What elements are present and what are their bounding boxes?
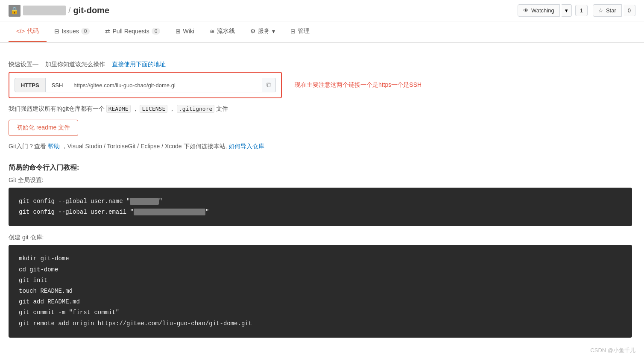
- username-blurred: [23, 6, 66, 15]
- quick-setup-hint: 加里你知道该怎么操作: [45, 61, 105, 68]
- code-create-init: git init: [19, 275, 622, 286]
- wiki-icon: ⊞: [176, 28, 181, 35]
- issues-icon: ⊟: [54, 28, 59, 35]
- star-label: Star: [606, 7, 616, 14]
- watching-label: Watching: [531, 7, 554, 14]
- manage-icon: ⊟: [290, 28, 296, 35]
- tab-services[interactable]: ⚙ 服务 ▾: [243, 21, 283, 42]
- tab-code-label: 代码: [27, 27, 39, 35]
- code-icon: </>: [16, 28, 25, 35]
- watermark: CSDN @小鱼千儿: [590, 347, 635, 354]
- code-create-add: git add README.md: [19, 297, 622, 307]
- star-count: 0: [624, 5, 635, 16]
- star-icon: ☆: [598, 7, 603, 14]
- lock-icon: 🔒: [9, 5, 20, 17]
- ssh-button[interactable]: SSH: [46, 78, 70, 92]
- main-content: 快速设置— 加里你知道该怎么操作 直接使用下面的地址 HTTPS SSH ⧉ 现…: [0, 50, 641, 354]
- issues-badge: 0: [81, 28, 90, 35]
- create-repo-label: 创建 git 仓库:: [9, 234, 632, 241]
- services-icon: ⚙: [250, 28, 256, 35]
- help-link[interactable]: 帮助: [48, 143, 60, 150]
- readme-badge: README: [106, 105, 131, 113]
- import-link[interactable]: 如何导入仓库: [228, 143, 264, 150]
- git-links-middle: ，Visual Studio / TortoiseGit / Eclipse /…: [61, 143, 227, 150]
- code-block-global: git config --global user.name " " git co…: [9, 188, 632, 226]
- code-create-cd: cd git-dome: [19, 265, 622, 275]
- pr-icon: ⇄: [105, 28, 110, 35]
- nav-tabs: </> 代码 ⊟ Issues 0 ⇄ Pull Requests 0 ⊞ Wi…: [0, 21, 644, 42]
- copy-button[interactable]: ⧉: [262, 78, 276, 92]
- tab-manage-label: 管理: [298, 27, 310, 35]
- separator1: ，: [132, 105, 138, 112]
- tab-manage[interactable]: ⊟ 管理: [283, 21, 317, 42]
- clone-url-input[interactable]: [69, 78, 262, 92]
- code-blurred-name: [130, 198, 158, 205]
- code-global-1-end: ": [159, 198, 162, 205]
- tab-pipeline-label: 流水线: [217, 27, 235, 35]
- separator2: ，: [169, 105, 175, 112]
- top-header: 🔒 / git-dome 👁 Watching ▾ 1 ☆ Star 0: [0, 0, 644, 21]
- code-block-create: mkdir git-dome cd git-dome git init touc…: [9, 245, 632, 337]
- watching-dropdown[interactable]: ▾: [562, 4, 572, 17]
- code-blurred-email: [134, 209, 205, 215]
- tab-wiki-label: Wiki: [183, 28, 194, 35]
- gitignore-badge: .gitignore: [177, 105, 214, 113]
- tab-issues-label: Issues: [61, 28, 79, 35]
- global-setup-label: Git 全局设置:: [9, 177, 632, 184]
- code-create-remote: git remote add origin https://gitee.com/…: [19, 318, 622, 329]
- tab-services-label: 服务: [258, 27, 270, 35]
- section-title: 简易的命令行入门教程:: [9, 163, 632, 172]
- annotation-text: 现在主要注意这两个链接一个是https一个是SSH: [295, 81, 422, 89]
- url-row: HTTPS SSH ⧉ 现在主要注意这两个链接一个是https一个是SSH: [9, 72, 632, 98]
- recommend-prefix: 我们强烈建议所有的git仓库都有一个: [9, 105, 105, 112]
- header-actions: 👁 Watching ▾ 1 ☆ Star 0: [518, 4, 635, 17]
- init-readme-button[interactable]: 初始化 readme 文件: [9, 120, 78, 136]
- pipeline-icon: ≋: [210, 28, 215, 35]
- watching-count: 1: [575, 5, 588, 16]
- quick-setup-bar: 快速设置— 加里你知道该怎么操作 直接使用下面的地址: [9, 61, 632, 68]
- tab-wiki[interactable]: ⊞ Wiki: [168, 22, 202, 41]
- license-badge: LICENSE: [140, 105, 167, 113]
- recommend-text: 我们强烈建议所有的git仓库都有一个 README ， LICENSE ， .g…: [9, 105, 632, 113]
- https-button[interactable]: HTTPS: [15, 78, 46, 92]
- code-line-1: git config --global user.name " ": [19, 196, 622, 207]
- code-global-1: git config --global user.name ": [19, 198, 130, 205]
- eye-icon: 👁: [523, 7, 529, 14]
- code-global-2-end: ": [205, 209, 209, 215]
- watching-button[interactable]: 👁 Watching: [518, 4, 560, 17]
- tab-issues[interactable]: ⊟ Issues 0: [47, 22, 97, 41]
- git-links: Git入门？查看 帮助 ，Visual Studio / TortoiseGit…: [9, 143, 632, 150]
- copy-icon: ⧉: [266, 81, 271, 88]
- code-global-2: git config --global user.email ": [19, 209, 134, 215]
- quick-setup-label: 快速设置—: [9, 61, 38, 68]
- slash: /: [68, 6, 71, 15]
- tab-pull-requests[interactable]: ⇄ Pull Requests 0: [97, 22, 168, 41]
- pr-badge: 0: [152, 28, 161, 35]
- code-create-commit: git commit -m "first commit": [19, 307, 622, 318]
- star-button[interactable]: ☆ Star: [593, 4, 622, 17]
- tab-pr-label: Pull Requests: [112, 28, 149, 35]
- quick-setup-link[interactable]: 直接使用下面的地址: [112, 61, 166, 68]
- repo-name: git-dome: [73, 6, 109, 15]
- git-links-prefix: Git入门？查看: [9, 143, 46, 150]
- services-dropdown-icon: ▾: [272, 28, 275, 35]
- code-create-touch: touch README.md: [19, 286, 622, 297]
- code-line-2: git config --global user.email " ": [19, 207, 622, 218]
- recommend-suffix: 文件: [216, 105, 228, 112]
- repo-title: 🔒 / git-dome: [9, 5, 109, 17]
- clone-url-box: HTTPS SSH ⧉: [9, 72, 282, 98]
- tab-pipeline[interactable]: ≋ 流水线: [202, 21, 243, 42]
- tab-code[interactable]: </> 代码: [9, 21, 47, 42]
- code-create-mkdir: mkdir git-dome: [19, 253, 622, 264]
